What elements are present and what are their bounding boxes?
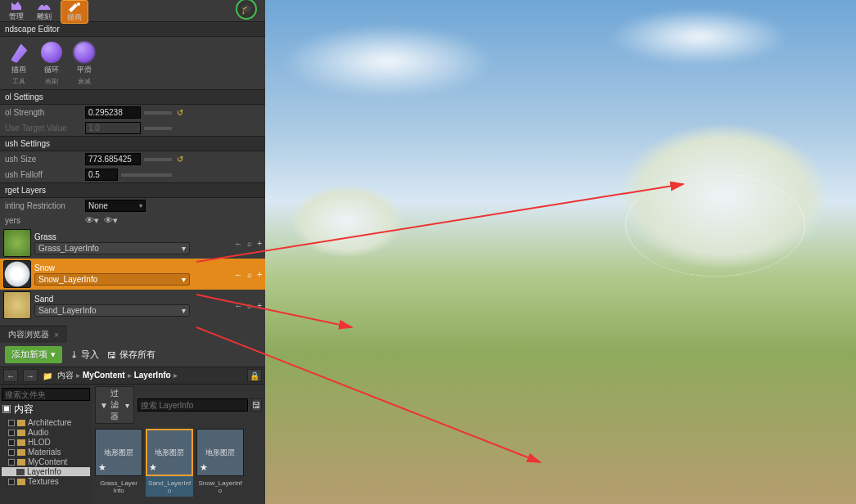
tool-strength-input[interactable] — [85, 106, 141, 119]
brush-settings-header: ush Settings — [0, 136, 265, 151]
tree-item[interactable]: Audio — [2, 428, 90, 437]
asset-search-input[interactable] — [137, 398, 248, 412]
layer-snow[interactable]: Snow Snow_LayerInfo ▾ ← ⌕ + — [0, 259, 265, 290]
tree-item[interactable]: MyContent — [2, 457, 90, 466]
mode-sculpt-label: 雕刻 — [37, 11, 52, 22]
left-panel: 管理 雕刻 描画 🎓 ndscape Editor 描画工具 循环画刷 — [0, 0, 265, 504]
tree-item[interactable]: Materials — [2, 448, 90, 457]
folder-icon[interactable]: 📁 — [43, 371, 52, 380]
back-icon[interactable]: ← — [234, 301, 242, 310]
breadcrumb[interactable]: 内容▸MyContent▸LayerInfo▸ — [57, 370, 180, 381]
tree-root[interactable]: ▣ 内容 — [2, 402, 90, 417]
star-icon: ★ — [98, 462, 106, 473]
mode-sculpt[interactable]: 雕刻 — [33, 0, 56, 22]
import-button[interactable]: ⤓ 导入 — [70, 349, 99, 361]
layer-thumb — [3, 260, 31, 288]
sources-tree: ▣ 内容 Architecture Audio HLOD Materials M… — [0, 385, 92, 504]
layer-grass[interactable]: Grass Grass_LayerInfo ▾ ← ⌕ + — [0, 227, 265, 259]
back-icon[interactable]: ← — [234, 270, 242, 279]
tree-search-input[interactable] — [2, 388, 90, 401]
asset-grass-layerinfo[interactable]: 地形图层★ Grass_Layer Info — [95, 429, 142, 497]
asset-sand-layerinfo[interactable]: 地形图层★ Sand_LayerInf o — [146, 429, 193, 497]
content-browser-toolbar: 添加新项 ▾ ⤓ 导入 🖫 保存所有 — [0, 343, 265, 367]
content-browser-body: ▣ 内容 Architecture Audio HLOD Materials M… — [0, 385, 265, 504]
chevron-down-icon: ▾ — [139, 202, 142, 209]
tree-item[interactable]: Architecture — [2, 418, 90, 427]
path-bar: ← → 📁 内容▸MyContent▸LayerInfo▸ 🔒 — [0, 367, 265, 385]
reset-icon[interactable]: ↺ — [177, 155, 183, 164]
tree-item[interactable]: HLOD — [2, 438, 90, 447]
find-icon[interactable]: ⌕ — [247, 239, 252, 248]
viewport-3d[interactable] — [265, 0, 856, 504]
content-browser-tabbar: 内容浏览器 × — [0, 326, 265, 343]
path-fwd-button[interactable]: → — [23, 369, 38, 382]
brush-size-input[interactable] — [85, 153, 141, 165]
save-search-button[interactable]: 🖫 — [251, 398, 262, 412]
chevron-down-icon: ▾ — [182, 244, 186, 253]
plus-icon[interactable]: + — [257, 301, 262, 310]
graduation-icon: 🎓 — [241, 3, 253, 15]
tool-settings-header: ol Settings — [0, 89, 265, 105]
find-icon[interactable]: ⌕ — [247, 301, 252, 310]
filters-button[interactable]: ▼ 过滤器 ▾ — [95, 386, 134, 424]
tool-strength-slider[interactable] — [144, 111, 172, 115]
plus-icon[interactable]: + — [257, 239, 262, 248]
layer-info-combo[interactable]: Grass_LayerInfo ▾ — [34, 242, 190, 254]
brush-cursor — [625, 173, 805, 277]
find-icon[interactable]: ⌕ — [247, 270, 252, 279]
layers-row: yers 👁▾ 👁▾ — [0, 214, 265, 227]
layer-sand[interactable]: Sand Sand_LayerInfo ▾ ← ⌕ + — [0, 290, 265, 321]
use-target-input — [85, 122, 141, 134]
landscape-editor-header: ndscape Editor — [0, 21, 265, 37]
tool-falloff[interactable]: 平滑衰减 — [74, 42, 95, 86]
painting-restriction-combo[interactable]: None ▾ — [85, 200, 146, 212]
mode-paint-label: 描画 — [67, 12, 82, 23]
back-icon[interactable]: ← — [234, 239, 242, 248]
path-back-button[interactable]: ← — [3, 369, 18, 382]
eye-icon[interactable]: 👁▾ — [85, 215, 99, 226]
plus-icon[interactable]: + — [257, 270, 262, 279]
painting-restriction-row: inting Restriction None ▾ — [0, 198, 265, 214]
tutorial-button[interactable]: 🎓 — [236, 0, 257, 20]
star-icon: ★ — [200, 462, 208, 473]
tool-brush-circle[interactable]: 循环画刷 — [41, 42, 62, 86]
content-browser-tab[interactable]: 内容浏览器 × — [0, 326, 67, 343]
layer-name: Sand — [34, 295, 231, 304]
use-target-value-row: Use Target Value — [0, 120, 265, 136]
tree-item-selected[interactable]: LayerInfo — [2, 467, 90, 476]
tool-row: 描画工具 循环画刷 平滑衰减 — [0, 37, 265, 89]
layer-thumb — [3, 229, 31, 257]
svg-point-0 — [77, 2, 80, 6]
asset-view: ▼ 过滤器 ▾ 🖫 地形图层★ Grass_Layer Info 地形图层★ S… — [92, 385, 265, 504]
target-layers-header: rget Layers — [0, 182, 265, 198]
mode-manage[interactable]: 管理 — [5, 0, 28, 22]
tool-paint[interactable]: 描画工具 — [8, 42, 29, 86]
mode-manage-label: 管理 — [9, 11, 24, 22]
mode-paint[interactable]: 描画 — [61, 0, 88, 24]
brush-falloff-input[interactable] — [85, 169, 118, 181]
save-all-button[interactable]: 🖫 保存所有 — [107, 349, 155, 361]
brush-size-row: ush Size ↺ — [0, 151, 265, 167]
tree-item[interactable]: Textures — [2, 477, 90, 486]
brush-size-slider[interactable] — [144, 158, 172, 161]
mode-tabs: 管理 雕刻 描画 🎓 — [0, 0, 265, 21]
chevron-down-icon: ▾ — [182, 306, 186, 315]
chevron-down-icon: ▾ — [51, 349, 56, 360]
asset-snow-layerinfo[interactable]: 地形图层★ Snow_LayerInf o — [196, 429, 244, 497]
brush-falloff-slider[interactable] — [121, 173, 172, 177]
path-lock-button[interactable]: 🔒 — [247, 369, 262, 382]
layer-info-combo[interactable]: Snow_LayerInfo ▾ — [34, 273, 190, 286]
layer-info-combo[interactable]: Sand_LayerInfo ▾ — [34, 304, 190, 317]
use-target-slider — [144, 127, 172, 130]
layer-name: Grass — [34, 232, 231, 241]
layer-name: Snow — [34, 263, 231, 272]
close-icon[interactable]: × — [54, 331, 59, 340]
reset-icon[interactable]: ↺ — [177, 108, 183, 117]
brush-falloff-row: ush Falloff — [0, 167, 265, 182]
import-icon: ⤓ — [70, 349, 78, 360]
tool-strength-row: ol Strength ↺ — [0, 105, 265, 120]
add-new-button[interactable]: 添加新项 ▾ — [5, 346, 62, 363]
layer-thumb — [3, 291, 31, 319]
eye-icon[interactable]: 👁▾ — [104, 215, 118, 226]
chevron-down-icon: ▾ — [182, 275, 186, 284]
